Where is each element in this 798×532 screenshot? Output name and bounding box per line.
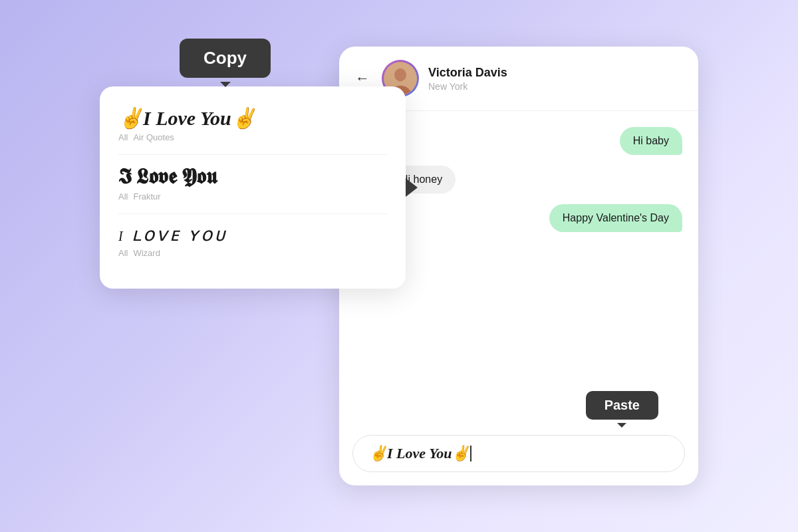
- tag-wizard: Wizard: [133, 248, 160, 258]
- tag-air-quotes: Air Quotes: [133, 132, 174, 142]
- font-tags-wizard: All Wizard: [118, 248, 387, 258]
- divider-1: [118, 154, 387, 155]
- contact-info: Victoria Davis New York: [428, 66, 682, 92]
- font-item-wizard[interactable]: i ʟᴏᴠᴇ ʏᴏᴜ All Wizard: [118, 223, 387, 258]
- message-bubble-sent-2: Happy Valentine's Day: [549, 204, 682, 232]
- message-bubble-sent-1: Hi baby: [620, 127, 682, 155]
- font-tags-fraktur: All Fraktur: [118, 192, 387, 201]
- scene: Copy ✌️I Love You✌️ All Air Quotes 𝕴 𝕷𝖔𝖛…: [100, 47, 698, 485]
- chat-input[interactable]: ✌️I Love You✌️: [352, 435, 685, 472]
- font-tags-air-quotes: All Air Quotes: [118, 132, 387, 142]
- font-text-air-quotes: ✌️I Love You✌️: [118, 106, 387, 130]
- tag-fraktur: Fraktur: [133, 192, 160, 201]
- copy-tooltip[interactable]: Copy: [180, 39, 271, 78]
- tag-all-3: All: [118, 248, 128, 258]
- message-text-sent-1: Hi baby: [633, 135, 669, 146]
- font-panel: Copy ✌️I Love You✌️ All Air Quotes 𝕴 𝕷𝖔𝖛…: [100, 86, 406, 289]
- chat-input-area: Paste ✌️I Love You✌️: [339, 427, 698, 485]
- tag-all-2: All: [118, 192, 128, 201]
- contact-location: New York: [428, 81, 682, 92]
- font-item-air-quotes[interactable]: ✌️I Love You✌️ All Air Quotes: [118, 106, 387, 142]
- font-item-fraktur[interactable]: 𝕴 𝕷𝖔𝖛𝖊 𝖄𝖔𝖚 All Fraktur: [118, 164, 387, 201]
- input-text: ✌️I Love You✌️: [369, 445, 469, 462]
- tag-all-1: All: [118, 132, 128, 142]
- message-text-sent-2: Happy Valentine's Day: [563, 212, 669, 223]
- text-cursor: [470, 446, 471, 462]
- font-text-fraktur: 𝕴 𝕷𝖔𝖛𝖊 𝖄𝖔𝖚: [118, 164, 387, 189]
- font-text-wizard: i ʟᴏᴠᴇ ʏᴏᴜ: [118, 223, 387, 245]
- panel-arrow-icon: [406, 178, 418, 197]
- contact-name: Victoria Davis: [428, 66, 682, 80]
- back-button[interactable]: ←: [355, 70, 370, 87]
- svg-point-1: [394, 68, 406, 82]
- divider-2: [118, 213, 387, 214]
- paste-tooltip[interactable]: Paste: [586, 391, 658, 420]
